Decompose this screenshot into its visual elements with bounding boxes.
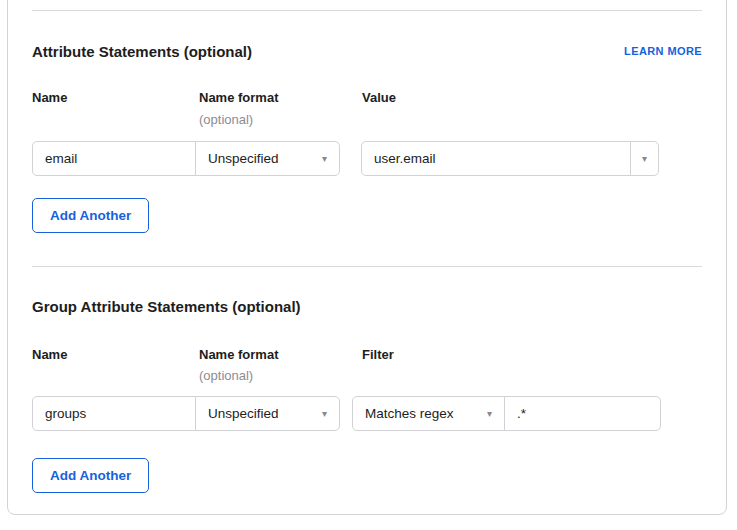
top-divider (32, 10, 702, 11)
filter-column-label: Filter (362, 347, 702, 362)
group-name-format-select[interactable]: Unspecified ▾ (195, 396, 340, 431)
group-attribute-statements-header: Group Attribute Statements (optional) (32, 298, 702, 316)
attribute-column-hints: (optional) (32, 112, 702, 128)
chevron-down-icon: ▾ (314, 154, 327, 164)
column-gap (340, 396, 352, 431)
attribute-name-format-select[interactable]: Unspecified ▾ (195, 141, 340, 176)
chevron-down-icon: ▾ (314, 409, 327, 419)
group-name-format-value: Unspecified (208, 406, 279, 421)
name-format-optional-hint: (optional) (199, 112, 362, 128)
name-format-column-label: Name format (199, 347, 362, 362)
add-another-group-attribute-button[interactable]: Add Another (32, 458, 149, 493)
group-filter-value-input[interactable] (504, 396, 661, 431)
attribute-column-labels: Name Name format Value (32, 90, 702, 105)
group-name-group: Unspecified ▾ (32, 396, 340, 431)
attribute-name-group: Unspecified ▾ (32, 141, 340, 176)
attribute-name-format-value: Unspecified (208, 151, 279, 166)
group-filter-type-value: Matches regex (365, 406, 454, 421)
attribute-statements-header: Attribute Statements (optional) LEARN MO… (32, 43, 702, 61)
group-attribute-column-hints: (optional) (32, 368, 702, 384)
name-format-column-label: Name format (199, 90, 362, 105)
column-gap (340, 141, 361, 176)
group-name-input[interactable] (32, 396, 196, 431)
value-column-label: Value (362, 90, 702, 105)
chevron-down-icon: ▾ (642, 154, 647, 164)
name-column-label: Name (32, 90, 199, 105)
attribute-statement-row: Unspecified ▾ ▾ (32, 141, 702, 176)
attribute-value-group: ▾ (361, 141, 659, 176)
chevron-down-icon: ▾ (479, 409, 492, 419)
name-format-optional-hint: (optional) (199, 368, 362, 384)
group-attribute-statement-row: Unspecified ▾ Matches regex ▾ (32, 396, 702, 431)
group-filter-group: Matches regex ▾ (352, 396, 661, 431)
saml-settings-card: Attribute Statements (optional) LEARN MO… (7, 0, 727, 515)
group-attribute-column-labels: Name Name format Filter (32, 347, 702, 362)
add-another-attribute-button[interactable]: Add Another (32, 198, 149, 233)
attribute-name-input[interactable] (32, 141, 196, 176)
attribute-value-dropdown-button[interactable]: ▾ (630, 141, 659, 176)
section-divider (32, 266, 702, 267)
name-column-label: Name (32, 347, 199, 362)
section-title: Attribute Statements (optional) (32, 43, 252, 61)
group-filter-type-select[interactable]: Matches regex ▾ (352, 396, 505, 431)
learn-more-link[interactable]: LEARN MORE (624, 44, 702, 58)
page-viewport: Attribute Statements (optional) LEARN MO… (0, 0, 737, 530)
attribute-value-input[interactable] (361, 141, 631, 176)
section-title: Group Attribute Statements (optional) (32, 298, 301, 316)
